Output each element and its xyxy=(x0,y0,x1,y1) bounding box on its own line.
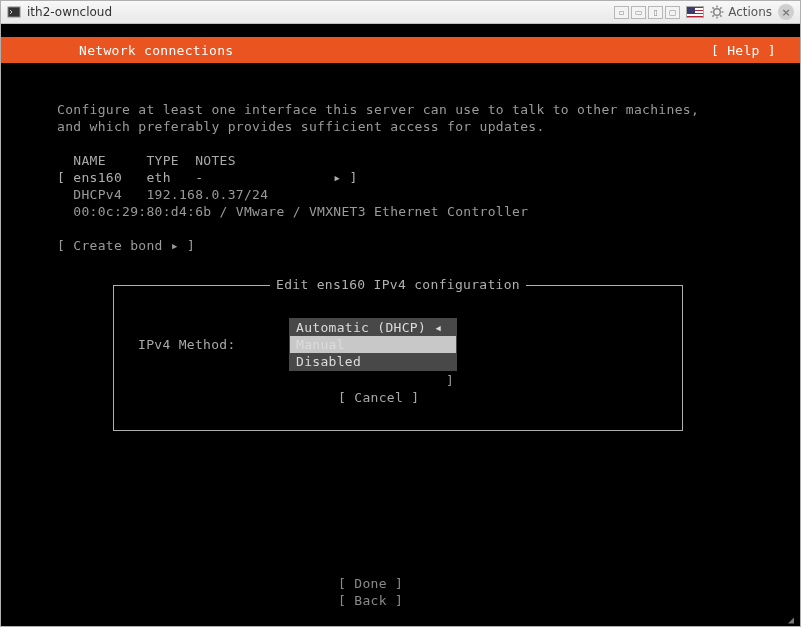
done-button[interactable]: [ Done ] xyxy=(338,576,403,591)
svg-point-1 xyxy=(714,9,721,16)
gear-icon[interactable] xyxy=(710,5,724,19)
header-bar: Network connections [ Help ] xyxy=(1,37,800,63)
actions-label[interactable]: Actions xyxy=(728,5,772,19)
window-button-1[interactable]: ▫ xyxy=(614,6,629,19)
svg-line-6 xyxy=(713,7,714,8)
dialog-title-wrap: Edit ens160 IPv4 configuration xyxy=(114,277,682,292)
window-button-2[interactable]: ▭ xyxy=(631,6,646,19)
page-title: Network connections xyxy=(79,43,233,58)
interface-dhcp: DHCPv4 192.168.0.37/24 xyxy=(57,187,268,202)
dialog-title: Edit ens160 IPv4 configuration xyxy=(270,277,526,292)
main-content: Configure at least one interface this se… xyxy=(57,84,770,271)
dialog-bracket-1: ] xyxy=(446,373,454,388)
window-button-4[interactable]: ▢ xyxy=(665,6,680,19)
option-automatic-dhcp[interactable]: Automatic (DHCP) ◂ xyxy=(290,319,456,336)
option-disabled[interactable]: Disabled xyxy=(290,353,456,370)
interface-row[interactable]: [ ens160 eth - ▸ ] xyxy=(57,170,358,185)
intro-line-1: Configure at least one interface this se… xyxy=(57,102,699,117)
help-button[interactable]: [ Help ] xyxy=(711,43,776,58)
close-icon[interactable]: × xyxy=(778,4,794,20)
back-button[interactable]: [ Back ] xyxy=(338,593,403,608)
col-name: NAME xyxy=(73,153,106,168)
flag-us-icon xyxy=(686,6,704,18)
terminal-icon xyxy=(7,5,21,19)
cancel-button[interactable]: [ Cancel ] xyxy=(338,390,419,405)
svg-line-7 xyxy=(720,15,721,16)
create-bond-button[interactable]: [ Create bond ▸ ] xyxy=(57,238,195,253)
option-manual[interactable]: Manual xyxy=(290,336,456,353)
window-button-3[interactable]: ▯ xyxy=(648,6,663,19)
interface-mac: 00:0c:29:80:d4:6b / VMware / VMXNET3 Eth… xyxy=(57,204,528,219)
col-notes: NOTES xyxy=(195,153,236,168)
intro-line-2: and which preferably provides sufficient… xyxy=(57,119,545,134)
resize-grip-icon: ◢ xyxy=(788,614,798,624)
ipv4-method-label: IPv4 Method: xyxy=(138,337,236,352)
titlebar: ith2-owncloud ▫ ▭ ▯ ▢ Actions × xyxy=(1,1,800,24)
window-title: ith2-owncloud xyxy=(27,5,112,19)
svg-line-9 xyxy=(713,15,714,16)
svg-line-8 xyxy=(720,7,721,8)
ipv4-method-dropdown[interactable]: Automatic (DHCP) ◂ Manual Disabled xyxy=(289,318,457,371)
app-window: ith2-owncloud ▫ ▭ ▯ ▢ Actions × Network … xyxy=(0,0,801,627)
svg-rect-0 xyxy=(8,7,20,17)
col-type: TYPE xyxy=(146,153,179,168)
terminal-area: Network connections [ Help ] Configure a… xyxy=(1,24,800,626)
